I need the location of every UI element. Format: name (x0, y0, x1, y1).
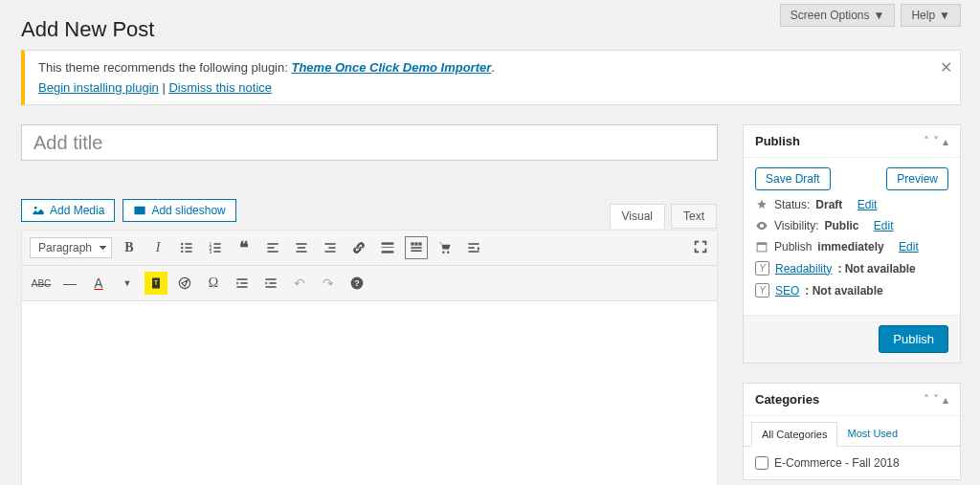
svg-rect-35 (468, 251, 479, 253)
publish-box: Publish ˄ ˅ ▴ Save Draft Preview Status:… (743, 124, 961, 364)
insert-icon[interactable] (462, 236, 485, 259)
svg-rect-34 (468, 247, 474, 249)
readability-link[interactable]: Readability (775, 262, 832, 276)
add-media-button[interactable]: Add Media (21, 199, 115, 222)
tab-text[interactable]: Text (671, 204, 717, 229)
chevron-down-icon[interactable]: ˅ (933, 135, 939, 148)
svg-rect-41 (265, 278, 276, 280)
help-button[interactable]: Help ▼ (901, 4, 961, 27)
svg-text:T: T (154, 279, 158, 286)
caret-down-icon: ▼ (939, 9, 950, 22)
yoast-icon: Y (755, 283, 769, 298)
slideshow-icon (133, 204, 146, 217)
svg-rect-39 (240, 282, 247, 284)
svg-rect-3 (185, 243, 191, 245)
hr-icon[interactable]: — (58, 272, 81, 295)
svg-rect-5 (185, 247, 191, 249)
post-title-input[interactable] (21, 124, 718, 161)
svg-point-2 (181, 243, 183, 245)
format-select[interactable]: Paragraph (30, 237, 112, 258)
svg-rect-1 (135, 207, 145, 214)
svg-rect-21 (328, 247, 335, 249)
align-center-icon[interactable] (290, 236, 313, 259)
svg-text:3: 3 (210, 250, 212, 254)
chevron-down-icon[interactable]: ˅ (933, 393, 939, 407)
categories-box: Categories ˄ ˅ ▴ All Categories Most Use… (743, 383, 961, 480)
svg-rect-30 (411, 250, 421, 252)
svg-rect-47 (757, 243, 767, 245)
seo-link[interactable]: SEO (775, 284, 799, 298)
align-left-icon[interactable] (261, 236, 284, 259)
bullet-list-icon[interactable] (175, 236, 198, 259)
redo-icon[interactable]: ↷ (317, 272, 340, 295)
publish-button[interactable]: Publish (879, 325, 948, 353)
read-more-icon[interactable] (376, 236, 399, 259)
toolbar-toggle-icon[interactable] (405, 236, 428, 259)
category-item[interactable]: E-Commerce - Fall 2018 (755, 456, 948, 470)
paste-text-icon[interactable]: T (145, 272, 167, 295)
align-right-icon[interactable] (319, 236, 342, 259)
help-icon[interactable]: ? (345, 272, 368, 295)
preview-button[interactable]: Preview (886, 167, 948, 190)
svg-point-6 (181, 251, 183, 253)
tab-most-used[interactable]: Most Used (837, 422, 907, 446)
yoast-icon: Y (755, 261, 769, 276)
svg-rect-16 (267, 251, 278, 253)
editor: Visual Text Paragraph B I 123 ❝ ABC — A … (21, 230, 718, 485)
editor-content[interactable] (22, 301, 717, 485)
caret-up-icon[interactable]: ▴ (943, 135, 948, 148)
edit-schedule-link[interactable]: Edit (899, 240, 919, 254)
calendar-icon (755, 240, 768, 254)
svg-rect-13 (213, 251, 220, 253)
undo-icon[interactable]: ↶ (288, 272, 311, 295)
chevron-up-icon[interactable]: ˄ (924, 393, 929, 407)
pin-icon (755, 198, 768, 211)
cart-icon[interactable] (434, 236, 457, 259)
svg-rect-9 (213, 243, 220, 245)
strike-icon[interactable]: ABC (30, 272, 53, 295)
tab-all-categories[interactable]: All Categories (751, 422, 837, 447)
caret-down-icon: ▼ (874, 9, 885, 22)
svg-rect-11 (213, 247, 220, 249)
svg-rect-7 (185, 251, 191, 253)
close-icon[interactable]: ✕ (940, 58, 952, 77)
edit-status-link[interactable]: Edit (858, 198, 878, 211)
caret-up-icon[interactable]: ▴ (943, 393, 948, 407)
edit-visibility-link[interactable]: Edit (874, 219, 894, 232)
svg-rect-18 (298, 247, 305, 249)
dismiss-notice-link[interactable]: Dismiss this notice (168, 80, 272, 95)
svg-rect-22 (324, 251, 335, 253)
special-char-icon[interactable]: Ω (202, 272, 225, 295)
svg-rect-29 (411, 247, 421, 249)
text-color-dropdown-icon[interactable]: ▼ (116, 272, 139, 295)
eye-icon (755, 219, 768, 232)
svg-rect-27 (414, 242, 417, 245)
clear-format-icon[interactable] (173, 272, 196, 295)
quote-icon[interactable]: ❝ (233, 236, 256, 259)
screen-options-button[interactable]: Screen Options ▼ (780, 4, 896, 27)
svg-rect-24 (382, 247, 394, 248)
begin-install-link[interactable]: Begin installing plugin (38, 80, 159, 95)
svg-rect-23 (382, 242, 394, 244)
add-slideshow-button[interactable]: Add slideshow (122, 199, 235, 222)
bold-icon[interactable]: B (118, 236, 141, 259)
plugin-link[interactable]: Theme Once Click Demo Importer (291, 60, 491, 75)
outdent-icon[interactable] (231, 272, 254, 295)
save-draft-button[interactable]: Save Draft (755, 167, 831, 190)
text-color-icon[interactable]: A (87, 272, 110, 295)
svg-rect-38 (236, 278, 247, 280)
categories-box-title: Categories (755, 392, 819, 407)
svg-rect-25 (382, 251, 394, 253)
italic-icon[interactable]: I (146, 236, 169, 259)
category-checkbox[interactable] (755, 456, 768, 470)
chevron-up-icon[interactable]: ˄ (924, 135, 929, 148)
page-title: Add New Post (21, 17, 154, 42)
number-list-icon[interactable]: 123 (204, 236, 227, 259)
fullscreen-icon[interactable] (692, 238, 709, 258)
indent-icon[interactable] (259, 272, 282, 295)
svg-rect-14 (267, 243, 278, 245)
svg-rect-26 (411, 242, 413, 245)
link-icon[interactable] (347, 236, 370, 259)
admin-notice: This theme recommends the following plug… (21, 50, 961, 105)
tab-visual[interactable]: Visual (610, 204, 665, 229)
